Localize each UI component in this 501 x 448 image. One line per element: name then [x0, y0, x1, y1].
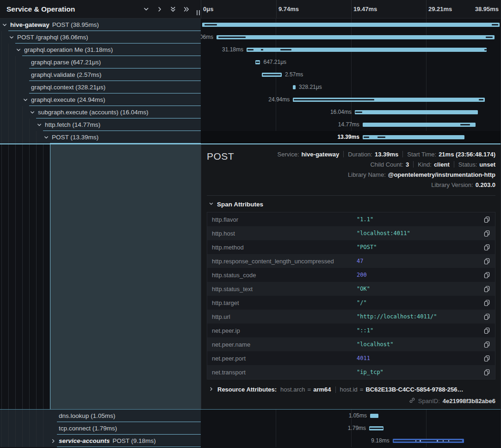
chevron-down-icon[interactable] [2, 19, 8, 31]
span-name-cell[interactable]: POST /graphql (36.06ms) [0, 31, 201, 44]
span-bar[interactable] [293, 85, 296, 89]
tick-label: 19.47ms [353, 0, 377, 18]
chevron-down-icon[interactable] [37, 118, 43, 131]
copy-icon[interactable] [483, 299, 490, 306]
span-bar[interactable] [216, 35, 495, 39]
attr-row: http.status_text"OK" [207, 282, 495, 296]
span-bar[interactable] [255, 60, 260, 64]
resource-attributes-row[interactable]: Resource Attributes:host.arch=arm64host.… [209, 386, 495, 393]
span-bar[interactable] [262, 73, 282, 77]
meta-value: 13.39ms [375, 151, 398, 158]
span-bar[interactable] [247, 48, 487, 52]
span-timeline-cell[interactable]: 13.39ms [201, 131, 501, 143]
copy-icon[interactable] [483, 272, 490, 279]
copy-icon[interactable] [483, 313, 490, 320]
copy-icon[interactable] [483, 355, 490, 362]
meta-value: 0.203.0 [476, 181, 495, 188]
attr-value: "localhost" [357, 341, 480, 348]
span-timeline-cell[interactable]: 9.18ms [201, 435, 501, 447]
copy-icon[interactable] [483, 369, 490, 376]
indent-guides [0, 93, 21, 106]
divider [413, 161, 414, 168]
column-resize-handle[interactable] [197, 10, 200, 15]
child-span-marker [364, 137, 370, 138]
span-label: hive-gatewayPOST (38.95ms) [10, 19, 99, 31]
copy-icon[interactable] [483, 216, 490, 223]
indent-guides [0, 422, 49, 435]
child-span-marker [484, 49, 487, 50]
expand-one-icon[interactable] [156, 6, 163, 12]
attr-row: http.flavor"1.1" [207, 212, 495, 226]
timeline-ruler: 0μs9.74ms19.47ms29.21ms38.95ms [201, 0, 501, 19]
span-name-cell[interactable]: dns.lookup (1.05ms) [0, 410, 201, 422]
indent-guides [0, 68, 21, 81]
span-timeline-cell[interactable]: 647.21μs [201, 56, 501, 68]
span-bar[interactable] [355, 110, 478, 114]
collapse-all-icon[interactable] [170, 6, 176, 12]
span-timeline-cell[interactable]: 2.57ms [201, 68, 501, 81]
span-label: tcp.connect (1.79ms) [59, 422, 117, 435]
span-bar[interactable] [202, 23, 500, 27]
meta-label: Start Time: [407, 151, 436, 158]
meta-value: client [434, 161, 450, 168]
span-name-cell[interactable]: hive-gatewayPOST (38.95ms) [0, 19, 201, 31]
span-label: POST /graphql (36.06ms) [17, 31, 88, 44]
span-timeline-cell[interactable]: 1.05ms [201, 410, 501, 422]
child-span-marker [218, 37, 246, 38]
chevron-down-icon[interactable] [23, 93, 29, 106]
span-name-cell[interactable]: POST (13.39ms) [0, 131, 201, 143]
copy-icon[interactable] [483, 341, 490, 348]
span-name-cell[interactable]: http.fetch (14.77ms) [0, 118, 201, 131]
chevron-down-icon[interactable] [43, 131, 50, 143]
collapse-one-icon[interactable] [143, 6, 149, 12]
copy-icon[interactable] [483, 327, 490, 334]
expand-all-icon[interactable] [183, 6, 190, 12]
span-bar[interactable] [393, 439, 464, 443]
span-timeline-cell[interactable]: 38.95ms [201, 19, 501, 31]
span-timeline-cell[interactable]: 31.18ms [201, 44, 501, 56]
span-bar[interactable] [293, 98, 485, 102]
span-timeline-cell[interactable]: 14.77ms [201, 118, 501, 131]
copy-icon[interactable] [483, 258, 490, 265]
meta-value: 3 [406, 161, 409, 168]
duration-label: 13.39ms [337, 131, 359, 143]
span-timeline-cell[interactable]: 1.79ms [201, 422, 501, 435]
span-bar[interactable] [363, 135, 464, 139]
indent-guides [0, 106, 28, 118]
span-label: subgraph.execute (accounts) (16.04ms) [38, 106, 148, 118]
copy-icon[interactable] [483, 244, 490, 251]
chevron-down-icon[interactable] [30, 106, 36, 118]
chevron-down-icon[interactable] [9, 31, 15, 44]
meta-value: hive-gateway [302, 151, 340, 158]
span-label: graphql.validate (2.57ms) [31, 68, 101, 81]
span-bar[interactable] [370, 414, 378, 418]
span-name-cell[interactable]: graphql.execute (24.94ms) [0, 93, 201, 106]
meta-line: Service:hive-gatewayDuration:13.39msStar… [278, 149, 495, 159]
span-row: dns.lookup (1.05ms)1.05ms [0, 410, 501, 422]
span-timeline-cell[interactable]: 24.94ms [201, 93, 501, 106]
span-bar[interactable] [363, 123, 476, 127]
copy-icon[interactable] [483, 230, 490, 237]
child-span-marker [492, 24, 498, 25]
span-timeline-cell[interactable]: 16.04ms [201, 106, 501, 118]
span-name-cell[interactable]: tcp.connect (1.79ms) [0, 422, 201, 435]
span-name-cell[interactable]: graphql.operation Me (31.18ms) [0, 44, 201, 56]
span-bar[interactable] [369, 426, 383, 430]
chevron-right-icon[interactable] [50, 435, 57, 447]
span-name-cell[interactable]: graphql.parse (647.21μs) [0, 56, 201, 68]
span-name-cell[interactable]: service-accountsPOST (9.18ms) [0, 435, 201, 447]
span-name-cell[interactable]: subgraph.execute (accounts) (16.04ms) [0, 106, 201, 118]
meta-label: Status: [458, 161, 477, 168]
span-rows: hive-gatewayPOST (38.95ms)38.95msPOST /g… [0, 19, 501, 143]
span-timeline-cell[interactable]: 328.21μs [201, 81, 501, 93]
link-icon[interactable] [409, 397, 415, 405]
child-span-marker [460, 124, 470, 125]
span-label: POST (13.39ms) [52, 131, 99, 143]
copy-icon[interactable] [483, 286, 490, 292]
span-timeline-cell[interactable]: 36.06ms [201, 31, 501, 44]
span-attributes-accordion[interactable]: Span Attributes [209, 201, 495, 208]
span-name-cell[interactable]: graphql.context (328.21μs) [0, 81, 201, 93]
chevron-down-icon[interactable] [16, 44, 22, 56]
span-row: subgraph.execute (accounts) (16.04ms)16.… [0, 106, 501, 118]
span-name-cell[interactable]: graphql.validate (2.57ms) [0, 68, 201, 81]
